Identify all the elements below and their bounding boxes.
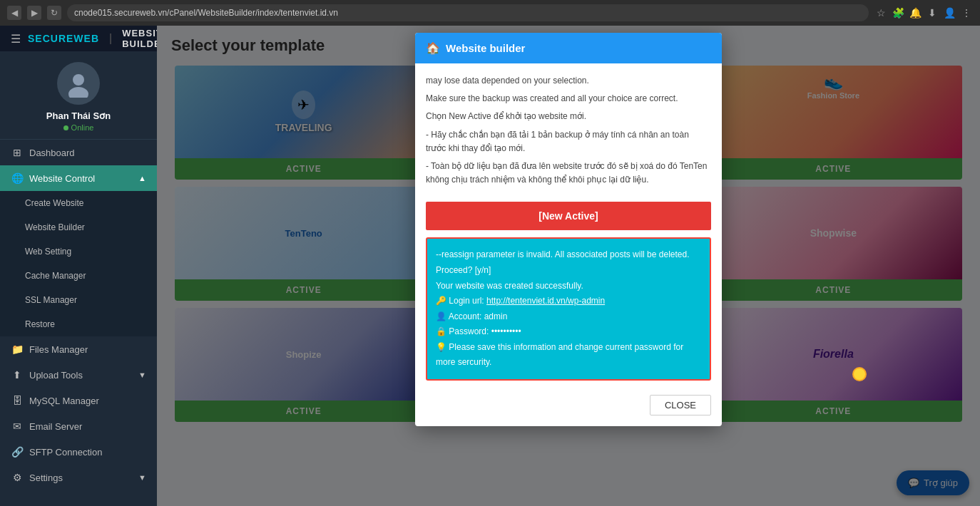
chevron-up-icon: ▲ xyxy=(138,174,146,182)
cache-manager-label: Cache Manager xyxy=(25,271,86,281)
menu-icon[interactable]: ⋮ xyxy=(960,6,973,19)
sftp-icon: 🔗 xyxy=(11,446,24,458)
close-button[interactable]: CLOSE xyxy=(650,395,711,415)
chevron-down-icon: ▼ xyxy=(138,371,146,379)
star-icon[interactable]: ☆ xyxy=(874,6,887,19)
online-badge: Online xyxy=(63,123,94,132)
upload-tools-label: Upload Tools xyxy=(29,370,83,381)
sidebar-item-ssl-manager[interactable]: SSL Manager xyxy=(0,288,157,312)
modal-result-box: --reassign parameter is invalid. All ass… xyxy=(426,237,711,381)
sidebar-item-email-server[interactable]: ✉ Email Server xyxy=(0,413,157,439)
warning-text-1: may lose data depended on your selection… xyxy=(426,74,711,88)
back-button[interactable]: ◀ xyxy=(7,6,21,20)
warning-text-5: - Toàn bộ dữ liệu bạn đã đưa lên website… xyxy=(426,160,711,187)
ssl-manager-label: SSL Manager xyxy=(25,295,77,305)
dashboard-label: Dashboard xyxy=(29,148,75,158)
sidebar-item-restore[interactable]: Restore xyxy=(0,312,157,336)
sidebar-item-create-website[interactable]: Create Website xyxy=(0,191,157,215)
email-icon: ✉ xyxy=(11,420,24,432)
modal-header-icon: 🏠 xyxy=(426,41,440,55)
sftp-label: SFTP Connection xyxy=(29,447,102,458)
warning-text-2: Make sure the backup was created and all… xyxy=(426,92,711,105)
result-line-3: 🔑 Login url: http://tentenviet.id.vn/wp-… xyxy=(436,294,701,309)
restore-label: Restore xyxy=(25,319,55,329)
sidebar-item-settings[interactable]: ⚙ Settings ▼ xyxy=(0,465,157,490)
notifications-icon[interactable]: 🔔 xyxy=(909,6,922,19)
result-line-2: Your website was created successfully. xyxy=(436,279,701,294)
sidebar-item-files-manager[interactable]: 📁 Files Manager xyxy=(0,336,157,362)
website-builder-nav-label: Website Builder xyxy=(25,222,85,232)
result-line-6: 💡 Please save this information and chang… xyxy=(436,340,701,371)
sidebar-item-dashboard[interactable]: ⊞ Dashboard xyxy=(0,140,157,165)
email-server-label: Email Server xyxy=(29,421,82,432)
url-text: cnode015.secureweb.vn/cPanel/WebsiteBuil… xyxy=(74,8,338,18)
website-control-icon: 🌐 xyxy=(11,172,24,184)
warning-text-3: Chọn New Active để khởi tạo website mới. xyxy=(426,110,711,123)
wp-admin-link[interactable]: http://tentenviet.id.vn/wp-admin xyxy=(486,296,605,306)
sidebar-nav: ⊞ Dashboard 🌐 Website Control ▲ Create W… xyxy=(0,140,157,506)
website-control-label: Website Control xyxy=(29,173,95,184)
settings-chevron-icon: ▼ xyxy=(138,473,146,482)
profile-name: Phan Thái Sơn xyxy=(46,110,111,121)
hamburger-icon[interactable]: ☰ xyxy=(11,32,21,46)
sidebar-item-website-builder[interactable]: Website Builder xyxy=(0,215,157,239)
refresh-button[interactable]: ↻ xyxy=(47,6,61,20)
profile-icon[interactable]: 👤 xyxy=(943,6,956,19)
svg-point-1 xyxy=(68,87,88,98)
settings-icon: ⚙ xyxy=(11,472,24,483)
extensions-icon[interactable]: 🧩 xyxy=(892,6,904,19)
sidebar-item-sftp-connection[interactable]: 🔗 SFTP Connection xyxy=(0,439,157,465)
avatar-icon xyxy=(64,69,93,98)
website-control-submenu: Create Website Website Builder Web Setti… xyxy=(0,191,157,336)
url-bar[interactable]: cnode015.secureweb.vn/cPanel/WebsiteBuil… xyxy=(67,4,869,21)
sidebar-logo: SECUREWEB xyxy=(28,33,99,44)
modal-footer: CLOSE xyxy=(415,388,722,426)
settings-label: Settings xyxy=(29,473,63,483)
sidebar-item-website-control[interactable]: 🌐 Website Control ▲ xyxy=(0,165,157,191)
modal-title: Website builder xyxy=(446,42,525,54)
avatar xyxy=(57,62,100,105)
svg-point-0 xyxy=(73,74,84,86)
upload-tools-icon: ⬆ xyxy=(11,369,24,381)
dashboard-icon: ⊞ xyxy=(11,147,24,158)
web-setting-label: Web Setting xyxy=(25,247,71,257)
create-website-label: Create Website xyxy=(25,198,83,208)
sidebar-item-cache-manager[interactable]: Cache Manager xyxy=(0,264,157,288)
browser-bar: ◀ ▶ ↻ cnode015.secureweb.vn/cPanel/Websi… xyxy=(0,0,980,26)
files-manager-label: Files Manager xyxy=(29,344,88,355)
downloads-icon[interactable]: ⬇ xyxy=(926,6,939,19)
files-manager-icon: 📁 xyxy=(11,344,24,355)
modal-body: may lose data depended on your selection… xyxy=(415,63,722,202)
sidebar-item-upload-tools[interactable]: ⬆ Upload Tools ▼ xyxy=(0,362,157,388)
sidebar-profile: Phan Thái Sơn Online xyxy=(0,51,157,140)
modal-overlay: 🏠 Website builder may lose data depended… xyxy=(157,26,980,506)
result-line-5: 🔒 Password: •••••••••• xyxy=(436,324,701,340)
modal-dialog: 🏠 Website builder may lose data depended… xyxy=(415,33,722,426)
sidebar: ☰ SECUREWEB | WEBSITE BUILDER ⏻ Phan Thá… xyxy=(0,26,157,506)
forward-button[interactable]: ▶ xyxy=(27,6,41,20)
sidebar-item-mysql-manager[interactable]: 🗄 MySQL Manager xyxy=(0,388,157,413)
modal-header: 🏠 Website builder xyxy=(415,33,722,63)
mysql-manager-label: MySQL Manager xyxy=(29,396,99,406)
content-area: Select your template ✈ TRAVELING ACTIVE xyxy=(157,26,980,506)
browser-icons: ☆ 🧩 🔔 ⬇ 👤 ⋮ xyxy=(874,6,973,19)
sidebar-item-web-setting[interactable]: Web Setting xyxy=(0,239,157,264)
result-line-4: 👤 Account: admin xyxy=(436,309,701,325)
result-line-1: --reassign parameter is invalid. All ass… xyxy=(436,247,701,278)
new-active-button[interactable]: [New Active] xyxy=(426,202,711,230)
warning-text-4: - Hãy chắc chắn bạn đã tải 1 bản backup … xyxy=(426,128,711,155)
mysql-icon: 🗄 xyxy=(11,395,24,406)
